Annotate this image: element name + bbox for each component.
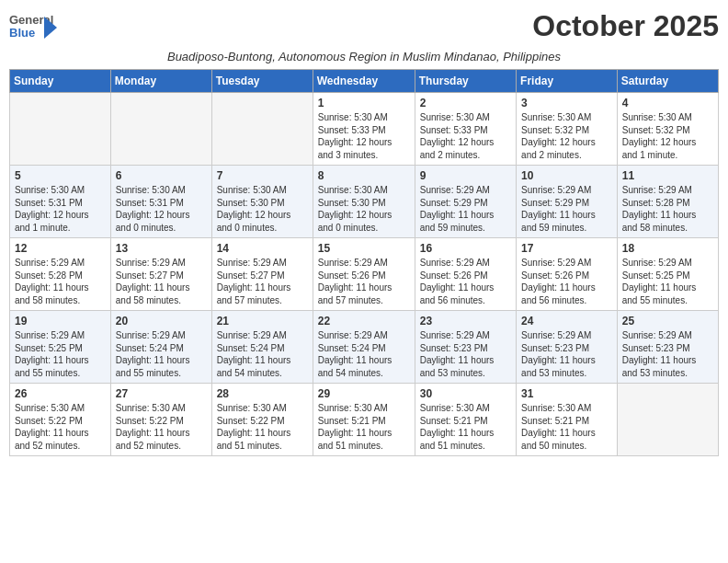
day-number: 25 xyxy=(622,315,713,327)
day-info: Sunrise: 5:29 AM Sunset: 5:29 PM Dayligh… xyxy=(420,184,511,234)
calendar-table: SundayMondayTuesdayWednesdayThursdayFrid… xyxy=(9,69,719,456)
calendar-cell: 22Sunrise: 5:29 AM Sunset: 5:24 PM Dayli… xyxy=(313,311,415,384)
calendar-cell xyxy=(10,93,111,166)
day-number: 21 xyxy=(217,315,308,327)
calendar-cell: 6Sunrise: 5:30 AM Sunset: 5:31 PM Daylig… xyxy=(110,166,211,238)
day-of-week-header: Thursday xyxy=(415,70,516,93)
day-info: Sunrise: 5:30 AM Sunset: 5:22 PM Dayligh… xyxy=(116,402,207,452)
day-number: 15 xyxy=(318,242,410,255)
day-of-week-header: Saturday xyxy=(617,70,718,93)
day-number: 12 xyxy=(15,242,106,255)
day-info: Sunrise: 5:29 AM Sunset: 5:27 PM Dayligh… xyxy=(116,257,207,306)
calendar-cell: 5Sunrise: 5:30 AM Sunset: 5:31 PM Daylig… xyxy=(10,166,111,238)
calendar-cell: 21Sunrise: 5:29 AM Sunset: 5:24 PM Dayli… xyxy=(211,311,313,384)
calendar-cell: 24Sunrise: 5:29 AM Sunset: 5:23 PM Dayli… xyxy=(517,311,618,384)
day-number: 24 xyxy=(521,315,612,327)
day-number: 26 xyxy=(15,387,106,400)
day-info: Sunrise: 5:29 AM Sunset: 5:28 PM Dayligh… xyxy=(622,184,713,234)
day-number: 10 xyxy=(521,169,612,182)
day-info: Sunrise: 5:29 AM Sunset: 5:23 PM Dayligh… xyxy=(521,329,612,379)
day-number: 13 xyxy=(116,242,207,255)
day-number: 9 xyxy=(420,169,511,182)
day-info: Sunrise: 5:29 AM Sunset: 5:26 PM Dayligh… xyxy=(521,257,612,306)
day-number: 19 xyxy=(15,315,106,327)
day-info: Sunrise: 5:29 AM Sunset: 5:23 PM Dayligh… xyxy=(622,329,713,379)
day-info: Sunrise: 5:29 AM Sunset: 5:28 PM Dayligh… xyxy=(15,257,106,306)
day-info: Sunrise: 5:29 AM Sunset: 5:27 PM Dayligh… xyxy=(217,257,308,306)
day-number: 31 xyxy=(521,387,612,400)
calendar-cell: 7Sunrise: 5:30 AM Sunset: 5:30 PM Daylig… xyxy=(211,166,313,238)
day-number: 6 xyxy=(116,169,207,182)
calendar-cell: 28Sunrise: 5:30 AM Sunset: 5:22 PM Dayli… xyxy=(211,384,313,456)
day-number: 14 xyxy=(217,242,308,255)
calendar-cell xyxy=(211,93,313,166)
month-title: October 2025 xyxy=(532,9,719,43)
day-info: Sunrise: 5:29 AM Sunset: 5:23 PM Dayligh… xyxy=(420,329,511,379)
calendar-subtitle: Buadiposo-Buntong, Autonomous Region in … xyxy=(9,50,719,63)
day-number: 22 xyxy=(318,315,410,327)
logo: General Blue xyxy=(9,9,57,46)
calendar-cell: 15Sunrise: 5:29 AM Sunset: 5:26 PM Dayli… xyxy=(313,238,415,311)
calendar-cell xyxy=(617,384,718,456)
calendar-cell: 20Sunrise: 5:29 AM Sunset: 5:24 PM Dayli… xyxy=(110,311,211,384)
day-number: 16 xyxy=(420,242,511,255)
day-info: Sunrise: 5:30 AM Sunset: 5:21 PM Dayligh… xyxy=(318,402,410,452)
day-number: 1 xyxy=(318,97,410,109)
calendar-cell: 1Sunrise: 5:30 AM Sunset: 5:33 PM Daylig… xyxy=(313,93,415,166)
calendar-cell: 18Sunrise: 5:29 AM Sunset: 5:25 PM Dayli… xyxy=(617,238,718,311)
day-info: Sunrise: 5:30 AM Sunset: 5:30 PM Dayligh… xyxy=(217,184,308,234)
day-info: Sunrise: 5:30 AM Sunset: 5:30 PM Dayligh… xyxy=(318,184,410,234)
day-number: 20 xyxy=(116,315,207,327)
calendar-cell: 19Sunrise: 5:29 AM Sunset: 5:25 PM Dayli… xyxy=(10,311,111,384)
calendar-cell: 13Sunrise: 5:29 AM Sunset: 5:27 PM Dayli… xyxy=(110,238,211,311)
day-info: Sunrise: 5:29 AM Sunset: 5:25 PM Dayligh… xyxy=(15,329,106,379)
calendar-cell: 30Sunrise: 5:30 AM Sunset: 5:21 PM Dayli… xyxy=(415,384,516,456)
calendar-cell: 3Sunrise: 5:30 AM Sunset: 5:32 PM Daylig… xyxy=(517,93,618,166)
day-of-week-header: Monday xyxy=(110,70,211,93)
calendar-cell: 31Sunrise: 5:30 AM Sunset: 5:21 PM Dayli… xyxy=(517,384,618,456)
day-info: Sunrise: 5:29 AM Sunset: 5:24 PM Dayligh… xyxy=(217,329,308,379)
day-info: Sunrise: 5:30 AM Sunset: 5:33 PM Dayligh… xyxy=(420,111,511,161)
day-info: Sunrise: 5:30 AM Sunset: 5:32 PM Dayligh… xyxy=(521,111,612,161)
day-of-week-header: Friday xyxy=(517,70,618,93)
day-info: Sunrise: 5:29 AM Sunset: 5:24 PM Dayligh… xyxy=(318,329,410,379)
calendar-cell: 10Sunrise: 5:29 AM Sunset: 5:29 PM Dayli… xyxy=(517,166,618,238)
calendar-cell: 25Sunrise: 5:29 AM Sunset: 5:23 PM Dayli… xyxy=(617,311,718,384)
day-info: Sunrise: 5:29 AM Sunset: 5:26 PM Dayligh… xyxy=(420,257,511,306)
day-number: 23 xyxy=(420,315,511,327)
day-number: 5 xyxy=(15,169,106,182)
day-info: Sunrise: 5:29 AM Sunset: 5:26 PM Dayligh… xyxy=(318,257,410,306)
day-number: 8 xyxy=(318,169,410,182)
calendar-cell xyxy=(110,93,211,166)
calendar-cell: 12Sunrise: 5:29 AM Sunset: 5:28 PM Dayli… xyxy=(10,238,111,311)
calendar-cell: 27Sunrise: 5:30 AM Sunset: 5:22 PM Dayli… xyxy=(110,384,211,456)
calendar-cell: 14Sunrise: 5:29 AM Sunset: 5:27 PM Dayli… xyxy=(211,238,313,311)
calendar-cell: 17Sunrise: 5:29 AM Sunset: 5:26 PM Dayli… xyxy=(517,238,618,311)
day-number: 18 xyxy=(622,242,713,255)
day-number: 3 xyxy=(521,97,612,109)
day-of-week-header: Wednesday xyxy=(313,70,415,93)
day-info: Sunrise: 5:29 AM Sunset: 5:29 PM Dayligh… xyxy=(521,184,612,234)
day-number: 11 xyxy=(622,169,713,182)
calendar-cell: 23Sunrise: 5:29 AM Sunset: 5:23 PM Dayli… xyxy=(415,311,516,384)
day-info: Sunrise: 5:30 AM Sunset: 5:33 PM Dayligh… xyxy=(318,111,410,161)
day-number: 7 xyxy=(217,169,308,182)
day-info: Sunrise: 5:30 AM Sunset: 5:22 PM Dayligh… xyxy=(15,402,106,452)
logo-icon: General Blue xyxy=(9,9,57,46)
calendar-cell: 26Sunrise: 5:30 AM Sunset: 5:22 PM Dayli… xyxy=(10,384,111,456)
day-info: Sunrise: 5:30 AM Sunset: 5:31 PM Dayligh… xyxy=(116,184,207,234)
day-info: Sunrise: 5:30 AM Sunset: 5:21 PM Dayligh… xyxy=(521,402,612,452)
calendar-cell: 29Sunrise: 5:30 AM Sunset: 5:21 PM Dayli… xyxy=(313,384,415,456)
day-info: Sunrise: 5:30 AM Sunset: 5:22 PM Dayligh… xyxy=(217,402,308,452)
day-number: 2 xyxy=(420,97,511,109)
day-info: Sunrise: 5:30 AM Sunset: 5:32 PM Dayligh… xyxy=(622,111,713,161)
day-of-week-header: Tuesday xyxy=(211,70,313,93)
day-of-week-header: Sunday xyxy=(10,70,111,93)
calendar-cell: 8Sunrise: 5:30 AM Sunset: 5:30 PM Daylig… xyxy=(313,166,415,238)
day-number: 30 xyxy=(420,387,511,400)
svg-text:Blue: Blue xyxy=(9,26,35,40)
day-number: 27 xyxy=(116,387,207,400)
day-number: 17 xyxy=(521,242,612,255)
day-number: 4 xyxy=(622,97,713,109)
page-header: General Blue October 2025 xyxy=(9,9,719,46)
